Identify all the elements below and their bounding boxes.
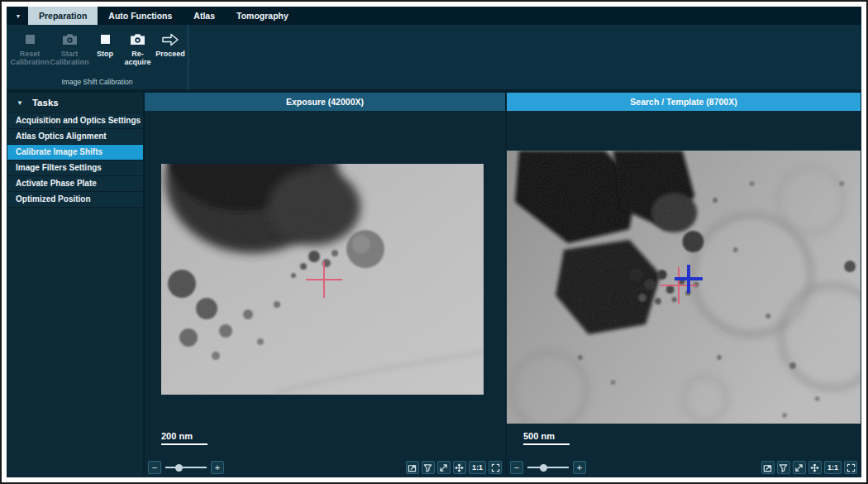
search-template-panel: Search / Template (8700X) [507, 93, 861, 477]
sidebar-item-acquisition-and-optics-settings[interactable]: Acquisition and Optics Settings [7, 113, 143, 129]
ribbon: Reset Calibration Start Calibration Stop [7, 25, 861, 89]
exposure-tem-image[interactable] [161, 164, 484, 395]
exposure-viewport: 200 nm [145, 111, 505, 458]
tab-auto-functions[interactable]: Auto Functions [98, 7, 183, 25]
sidebar-item-optimized-position[interactable]: Optimized Position [7, 192, 143, 208]
tasks-header[interactable]: ▼ Tasks [7, 93, 143, 113]
zoom-slider[interactable] [526, 461, 570, 474]
zoom-slider[interactable] [164, 461, 208, 474]
filter-button[interactable] [777, 461, 790, 474]
zoom-slider-handle[interactable] [540, 464, 547, 472]
search-template-panel-title[interactable]: Search / Template (8700X) [507, 93, 861, 111]
exposure-scale-bar: 200 nm [161, 431, 207, 445]
zoom-slider-track[interactable] [165, 467, 207, 468]
tasks-sidebar: ▼ Tasks Acquisition and Optics Settings … [7, 93, 143, 477]
zoom-slider-handle[interactable] [175, 464, 183, 472]
ribbon-menu-button[interactable]: ▼ [8, 7, 28, 25]
scale-bar-label: 500 nm [523, 431, 555, 441]
zoom-out-button[interactable]: − [148, 461, 161, 474]
ribbon-group-label: Image Shift Calibration [7, 77, 188, 89]
zoom-out-button[interactable]: − [510, 461, 523, 474]
stop-button[interactable]: Stop [89, 31, 121, 59]
screenshot-frame: ▼ Preparation Auto Functions Atlas Tomog… [0, 0, 868, 484]
one-to-one-zoom-button[interactable]: 1:1 [469, 461, 486, 474]
sidebar-item-activate-phase-plate[interactable]: Activate Phase Plate [7, 176, 143, 192]
chevron-down-icon: ▼ [17, 99, 23, 107]
zoom-in-button[interactable]: + [573, 461, 586, 474]
tab-preparation[interactable]: Preparation [28, 7, 98, 25]
one-to-one-zoom-button[interactable]: 1:1 [824, 461, 842, 474]
export-view-button[interactable] [761, 461, 775, 474]
pan-button[interactable] [808, 461, 822, 474]
ribbon-buttons: Reset Calibration Start Calibration Stop [7, 25, 188, 77]
sidebar-item-calibrate-image-shifts[interactable]: Calibrate Image Shifts [7, 145, 143, 161]
exposure-panel-title[interactable]: Exposure (42000X) [145, 93, 505, 111]
stop-icon [101, 31, 110, 47]
pan-button[interactable] [453, 461, 466, 474]
reacquire-button[interactable]: Re-acquire [121, 31, 155, 68]
export-view-button[interactable] [406, 461, 419, 474]
search-scale-bar: 500 nm [523, 431, 570, 445]
fullscreen-button[interactable] [844, 461, 857, 474]
fit-to-view-button[interactable] [793, 461, 806, 474]
proceed-button[interactable]: Proceed [155, 31, 186, 59]
search-template-viewport: 500 nm [507, 111, 861, 458]
search-toolbar: − + 1:1 [507, 458, 861, 477]
ribbon-group-image-shift-calibration: Reset Calibration Start Calibration Stop [7, 25, 188, 89]
fit-to-view-button[interactable] [437, 461, 451, 474]
reset-calibration-button[interactable]: Reset Calibration [10, 31, 50, 68]
filter-button[interactable] [422, 461, 435, 474]
tasks-title: Tasks [32, 98, 59, 108]
start-calibration-button[interactable]: Start Calibration [50, 31, 89, 68]
camera-icon [130, 31, 145, 47]
tab-tomography[interactable]: Tomography [226, 7, 299, 25]
exposure-panel: Exposure (42000X) [145, 93, 505, 477]
zoom-slider-track[interactable] [527, 467, 569, 468]
app-window: ▼ Preparation Auto Functions Atlas Tomog… [7, 7, 861, 477]
tab-atlas[interactable]: Atlas [183, 7, 226, 25]
exposure-toolbar: − + 1:1 [145, 458, 505, 477]
fullscreen-button[interactable] [489, 461, 502, 474]
arrow-right-icon [161, 31, 179, 47]
scale-bar-label: 200 nm [161, 431, 193, 441]
main-area: ▼ Tasks Acquisition and Optics Settings … [7, 89, 861, 477]
ribbon-tabbar: ▼ Preparation Auto Functions Atlas Tomog… [7, 7, 861, 25]
reset-calibration-icon [26, 31, 35, 47]
camera-icon [62, 31, 78, 47]
zoom-in-button[interactable]: + [211, 461, 224, 474]
sidebar-item-image-filters-settings[interactable]: Image Filters Settings [7, 161, 143, 176]
sidebar-item-atlas-optics-alignment[interactable]: Atlas Optics Alignment [7, 129, 143, 145]
search-template-tem-image[interactable] [507, 151, 861, 424]
